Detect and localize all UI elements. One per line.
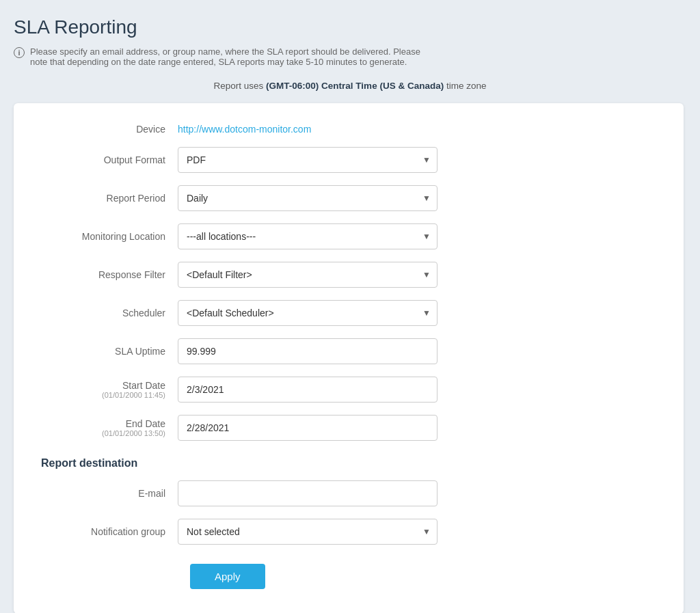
- end-date-sublabel: (01/01/2000 13:50): [41, 429, 165, 437]
- start-date-label: Start Date (01/01/2000 11:45): [41, 380, 178, 399]
- device-row: Device http://www.dotcom-monitor.com: [41, 124, 656, 135]
- email-input[interactable]: [178, 480, 438, 506]
- apply-button[interactable]: Apply: [190, 564, 265, 589]
- scheduler-select[interactable]: <Default Scheduler>: [178, 300, 438, 326]
- output-format-row: Output Format PDF Excel CSV ▼: [41, 147, 656, 173]
- notification-group-row: Notification group Not selected ▼: [41, 519, 656, 545]
- monitoring-location-label: Monitoring Location: [41, 231, 178, 242]
- info-icon: i: [14, 47, 25, 58]
- start-date-row: Start Date (01/01/2000 11:45): [41, 377, 656, 403]
- sla-uptime-row: SLA Uptime: [41, 338, 656, 364]
- report-period-row: Report Period Daily Weekly Monthly ▼: [41, 185, 656, 211]
- device-label: Device: [41, 124, 178, 135]
- report-period-select-wrapper: Daily Weekly Monthly ▼: [178, 185, 438, 211]
- start-date-input[interactable]: [178, 377, 438, 403]
- timezone-bar: Report uses (GMT-06:00) Central Time (US…: [14, 81, 686, 91]
- email-row: E-mail: [41, 480, 656, 506]
- main-card: Device http://www.dotcom-monitor.com Out…: [14, 103, 684, 613]
- info-banner: i Please specify an email address, or gr…: [14, 46, 424, 67]
- end-date-label: End Date (01/01/2000 13:50): [41, 418, 178, 437]
- end-date-input[interactable]: [178, 415, 438, 441]
- report-destination-heading: Report destination: [41, 457, 656, 469]
- device-link[interactable]: http://www.dotcom-monitor.com: [178, 124, 311, 135]
- email-label: E-mail: [41, 488, 178, 499]
- apply-button-row: Apply: [41, 557, 656, 589]
- scheduler-label: Scheduler: [41, 308, 178, 318]
- timezone-value: (GMT-06:00) Central Time (US & Canada): [266, 81, 444, 91]
- report-period-label: Report Period: [41, 193, 178, 204]
- monitoring-location-select-wrapper: ---all locations--- ▼: [178, 223, 438, 249]
- response-filter-label: Response Filter: [41, 269, 178, 280]
- notification-group-select-wrapper: Not selected ▼: [178, 519, 438, 545]
- sla-uptime-input[interactable]: [178, 338, 438, 364]
- monitoring-location-select[interactable]: ---all locations---: [178, 223, 438, 249]
- info-text: Please specify an email address, or grou…: [30, 46, 424, 67]
- notification-group-select[interactable]: Not selected: [178, 519, 438, 545]
- scheduler-select-wrapper: <Default Scheduler> ▼: [178, 300, 438, 326]
- timezone-label-suffix: time zone: [446, 81, 487, 91]
- monitoring-location-row: Monitoring Location ---all locations--- …: [41, 223, 656, 249]
- response-filter-row: Response Filter <Default Filter> ▼: [41, 262, 656, 288]
- report-period-select[interactable]: Daily Weekly Monthly: [178, 185, 438, 211]
- output-format-label: Output Format: [41, 154, 178, 165]
- timezone-label-prefix: Report uses: [214, 81, 264, 91]
- response-filter-select-wrapper: <Default Filter> ▼: [178, 262, 438, 288]
- scheduler-row: Scheduler <Default Scheduler> ▼: [41, 300, 656, 326]
- sla-uptime-label: SLA Uptime: [41, 346, 178, 357]
- notification-group-label: Notification group: [41, 526, 178, 537]
- end-date-row: End Date (01/01/2000 13:50): [41, 415, 656, 441]
- page-title: SLA Reporting: [14, 16, 686, 38]
- response-filter-select[interactable]: <Default Filter>: [178, 262, 438, 288]
- output-format-select[interactable]: PDF Excel CSV: [178, 147, 438, 173]
- output-format-select-wrapper: PDF Excel CSV ▼: [178, 147, 438, 173]
- start-date-sublabel: (01/01/2000 11:45): [41, 391, 165, 399]
